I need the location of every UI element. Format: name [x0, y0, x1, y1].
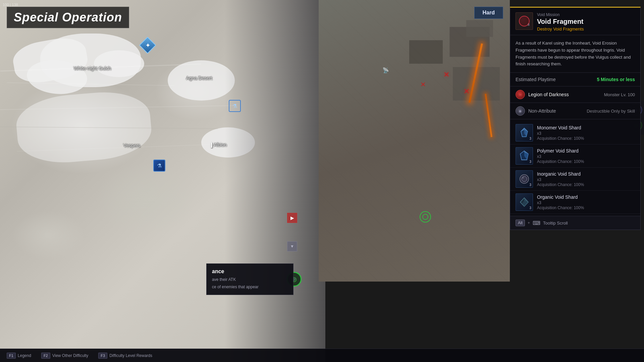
map-icon-diamond-top[interactable]: ✦: [141, 39, 154, 52]
legend-key: F1: [7, 353, 16, 359]
view-difficulty-action[interactable]: F2 View Other Difficulty: [41, 353, 88, 359]
reward-name-inorganic: Inorganic Void Shard: [537, 171, 635, 177]
enemy-name: Legion of Darkness: [528, 92, 601, 97]
difficulty-rewards-action[interactable]: F3 Difficulty Level Rewards: [98, 353, 152, 359]
svg-point-10: [522, 177, 524, 179]
reward-item-monomer: 3 Monomer Void Shard x3 Acquisition Chan…: [510, 121, 640, 144]
rewards-section: 3 Monomer Void Shard x3 Acquisition Chan…: [510, 119, 640, 216]
reward-item-organic: 3 Organic Void Shard x3 Acquisition Chan…: [510, 191, 640, 214]
view-difficulty-key: F2: [41, 353, 50, 359]
location-vespers: Vespers: [123, 143, 141, 148]
reward-item-polymer: 3 Polymer Void Shard x3 Acquisition Chan…: [510, 144, 640, 168]
mission-name: Void Fragment: [537, 18, 635, 25]
reward-img-monomer: 3: [516, 124, 533, 141]
bar-chart-icon: ▐: [209, 142, 212, 147]
inorganic-crystal-svg: [518, 173, 530, 185]
enemy-icon: ☠: [516, 90, 525, 99]
down-arrow-icon: ▼: [290, 244, 294, 249]
reward-qty-polymer: x3: [537, 154, 635, 159]
reward-qty-inorganic: x3: [537, 177, 635, 182]
target-icon-left[interactable]: [420, 211, 431, 223]
reward-name-monomer: Monomer Void Shard: [537, 125, 635, 130]
reward-img-inorganic: 3: [516, 170, 533, 188]
inorganic-qty-badge: 3: [529, 183, 531, 187]
reward-qty-organic: x3: [537, 200, 635, 205]
page-title-box: Special Operation: [7, 7, 129, 28]
void-orb-icon: [519, 16, 530, 26]
reward-info-polymer: Polymer Void Shard x3 Acquisition Chance…: [537, 148, 635, 164]
right-arrow-icon: ▶: [290, 215, 294, 221]
polymer-qty-badge: 3: [529, 160, 531, 164]
reward-chance-organic: Acquisition Chance: 100%: [537, 205, 635, 210]
main-info-panel: Void Mission Void Fragment Destroy Void …: [510, 7, 641, 230]
reward-info-organic: Organic Void Shard x3 Acquisition Chance…: [537, 194, 635, 210]
mission-icon: [516, 12, 533, 30]
map-icon-flask-vespers[interactable]: ⚗: [153, 159, 166, 172]
attributes-row: ◉ Non-Attribute Destructible Only by Ski…: [510, 103, 640, 119]
albion-label: Albion: [214, 142, 227, 147]
difficulty-rewards-key: F3: [98, 353, 107, 359]
alt-key-badge: Alt: [516, 220, 525, 226]
polymer-crystal-svg: [518, 150, 530, 162]
coord-display: 100 | 138: [3, 3, 18, 7]
reward-name-polymer: Polymer Void Shard: [537, 148, 635, 154]
reward-info-monomer: Monomer Void Shard x3 Acquisition Chance…: [537, 125, 635, 141]
attribute-note: Destructible Only by Skill: [587, 109, 635, 114]
reward-info-inorganic: Inorganic Void Shard x3 Acquisition Chan…: [537, 171, 635, 187]
legend-action[interactable]: F1 Legend: [7, 353, 31, 359]
location-agna-desert: Agna Desert: [186, 75, 212, 81]
red-arrow-button[interactable]: ▶: [287, 213, 297, 223]
view-difficulty-label: View Other Difficulty: [52, 353, 89, 358]
reward-item-inorganic: 3 Inorganic Void Shard x3 Acquisition Ch…: [510, 168, 640, 191]
tooltip-card: ance ave their ATK ce of enemies that ap…: [206, 263, 293, 295]
map-icon-flask-agna[interactable]: ⚗: [228, 99, 241, 113]
playtime-label: Estimated Playtime: [516, 77, 556, 82]
organic-crystal-svg: [518, 196, 530, 208]
location-albion: ▐ Albion: [209, 142, 227, 147]
gray-arrow-button[interactable]: ▼: [287, 241, 297, 251]
monomer-qty-badge: 3: [529, 137, 531, 140]
tooltip-card-line2: ce of enemies that appear: [212, 284, 288, 290]
difficulty-rewards-label: Difficulty Level Rewards: [109, 353, 152, 358]
reward-chance-inorganic: Acquisition Chance: 100%: [537, 182, 635, 187]
tooltip-card-line1: ave their ATK: [212, 277, 288, 283]
playtime-value: 5 Minutes or less: [597, 77, 635, 82]
reward-chance-polymer: Acquisition Chance: 100%: [537, 159, 635, 164]
reward-name-organic: Organic Void Shard: [537, 194, 635, 200]
scroll-icon: ⌨: [533, 220, 540, 226]
tooltip-hint-label: Tooltip Scroll: [543, 221, 568, 226]
satellite-map: ✕ ✕ ✕ 📡: [319, 0, 510, 282]
playtime-row: Estimated Playtime 5 Minutes or less: [510, 73, 640, 86]
panel-header-text: Void Mission Void Fragment Destroy Void …: [537, 12, 635, 32]
mission-type: Void Mission: [537, 12, 635, 17]
bottom-action-bar: F1 Legend F2 View Other Difficulty F3 Di…: [0, 349, 644, 362]
location-white-night-gulch: White-night Gulch: [74, 66, 111, 71]
tooltip-card-title: ance: [212, 268, 288, 275]
map-container[interactable]: Special Operation 100 | 138 White-night …: [0, 0, 325, 362]
reward-img-polymer: 3: [516, 147, 533, 165]
tooltip-card-arrow: [293, 277, 297, 282]
reward-chance-monomer: Acquisition Chance: 100%: [537, 136, 635, 141]
reward-img-organic: 3: [516, 193, 533, 211]
monomer-crystal-svg: [518, 127, 530, 139]
difficulty-label: Hard: [483, 10, 495, 15]
mission-subtitle: Destroy Void Fragments: [537, 26, 635, 32]
tooltip-hint-row: Alt + ⌨ Tooltip Scroll: [510, 216, 640, 230]
difficulty-button[interactable]: Hard: [474, 7, 503, 19]
mission-description: As a result of Karel using the Ironheart…: [510, 35, 640, 73]
page-title: Special Operation: [14, 10, 122, 24]
attribute-name: Non-Attribute: [528, 108, 583, 114]
organic-qty-badge: 3: [529, 206, 531, 210]
panel-header: Void Mission Void Fragment Destroy Void …: [510, 8, 640, 35]
legend-label: Legend: [18, 353, 31, 358]
attribute-icon: ◉: [516, 106, 525, 116]
enemy-level: Monster Lv. 100: [604, 92, 635, 97]
plus-sign: +: [528, 221, 530, 225]
enemy-row: ☠ Legion of Darkness Monster Lv. 100: [510, 86, 640, 103]
reward-qty-monomer: x3: [537, 131, 635, 136]
